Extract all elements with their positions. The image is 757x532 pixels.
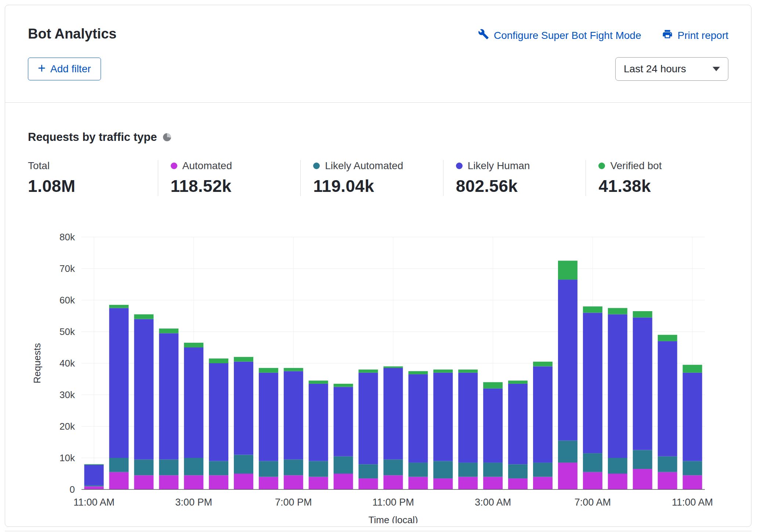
automated-legend-dot xyxy=(171,163,177,169)
time-range-value: Last 24 hours xyxy=(624,63,686,75)
stat-automated-value: 118.52k xyxy=(171,176,301,196)
requests-by-traffic-type-section: Requests by traffic type Total 1.08M Aut… xyxy=(5,131,751,525)
stat-likely-automated-label: Likely Automated xyxy=(325,160,403,172)
svg-text:20k: 20k xyxy=(59,421,75,432)
svg-text:80k: 80k xyxy=(59,232,75,243)
svg-text:Time (local): Time (local) xyxy=(369,514,418,523)
stat-likely-human-value: 802.56k xyxy=(456,176,586,196)
stat-automated[interactable]: Automated 118.52k xyxy=(158,160,301,196)
configure-super-bot-fight-mode-link[interactable]: Configure Super Bot Fight Mode xyxy=(478,29,641,42)
svg-text:11:00 AM: 11:00 AM xyxy=(73,497,115,508)
add-filter-label: Add filter xyxy=(50,63,91,75)
verified-bot-legend-dot xyxy=(598,163,605,169)
add-filter-button[interactable]: + Add filter xyxy=(28,58,101,80)
stat-automated-label: Automated xyxy=(182,160,232,172)
stat-verified-bot-value: 41.38k xyxy=(598,176,728,196)
svg-text:7:00 AM: 7:00 AM xyxy=(575,497,611,508)
svg-text:50k: 50k xyxy=(59,326,75,337)
stat-total: Total 1.08M xyxy=(28,160,158,196)
likely-human-legend-dot xyxy=(456,163,463,169)
chevron-down-icon xyxy=(713,67,720,71)
svg-text:30k: 30k xyxy=(59,389,75,400)
svg-text:10k: 10k xyxy=(59,452,75,463)
stat-likely-human-label: Likely Human xyxy=(468,160,530,172)
wrench-icon xyxy=(478,29,489,42)
stat-likely-human[interactable]: Likely Human 802.56k xyxy=(443,160,586,196)
svg-text:Requests: Requests xyxy=(32,343,43,383)
time-range-select[interactable]: Last 24 hours xyxy=(615,57,728,81)
svg-text:11:00 AM: 11:00 AM xyxy=(672,497,713,508)
stat-verified-bot-label: Verified bot xyxy=(610,160,662,172)
configure-link-label: Configure Super Bot Fight Mode xyxy=(494,30,641,41)
svg-text:40k: 40k xyxy=(59,358,75,369)
stat-total-value: 1.08M xyxy=(28,176,158,196)
likely-automated-legend-dot xyxy=(313,163,320,169)
print-report-link[interactable]: Print report xyxy=(662,29,729,42)
svg-text:7:00 PM: 7:00 PM xyxy=(275,497,312,508)
svg-text:3:00 PM: 3:00 PM xyxy=(175,497,212,508)
print-link-label: Print report xyxy=(678,30,729,41)
bot-analytics-card: Bot Analytics Configure Super Bot Fight … xyxy=(5,5,751,527)
svg-text:11:00 PM: 11:00 PM xyxy=(372,497,414,508)
section-title: Requests by traffic type xyxy=(28,131,157,144)
stat-verified-bot[interactable]: Verified bot 41.38k xyxy=(586,160,728,196)
stat-total-label: Total xyxy=(28,160,50,172)
svg-text:3:00 AM: 3:00 AM xyxy=(475,497,511,508)
page-title: Bot Analytics xyxy=(28,26,116,43)
card-header: Bot Analytics Configure Super Bot Fight … xyxy=(5,5,751,103)
svg-text:70k: 70k xyxy=(59,263,75,274)
requests-chart-wrap: 010k20k30k40k50k60k70k80k11:00 AM3:00 PM… xyxy=(28,230,728,525)
stat-likely-automated-value: 119.04k xyxy=(313,176,443,196)
pie-chart-icon xyxy=(163,133,171,141)
stat-likely-automated[interactable]: Likely Automated 119.04k xyxy=(300,160,443,196)
requests-stacked-bar-chart: 010k20k30k40k50k60k70k80k11:00 AM3:00 PM… xyxy=(28,230,722,523)
printer-icon xyxy=(662,29,673,42)
svg-text:60k: 60k xyxy=(59,295,75,306)
svg-text:0: 0 xyxy=(70,484,75,495)
traffic-type-stats: Total 1.08M Automated 118.52k Likely Aut… xyxy=(28,160,728,196)
plus-icon: + xyxy=(38,62,46,75)
header-actions: Configure Super Bot Fight Mode Print rep… xyxy=(478,29,728,42)
